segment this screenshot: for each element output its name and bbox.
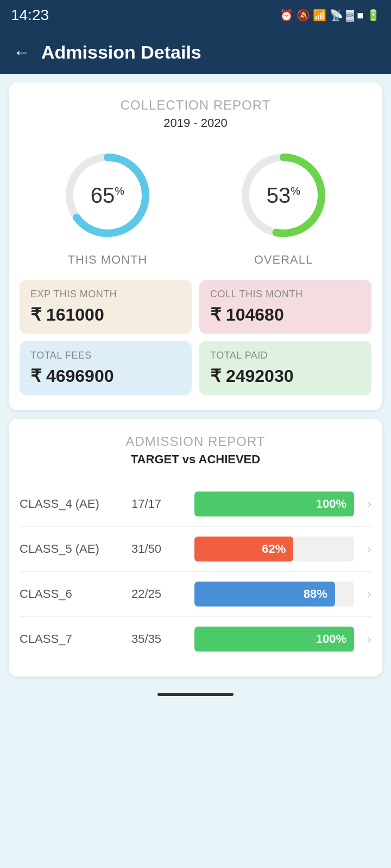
class6-bar-container: 88% <box>194 582 354 607</box>
stat-exp-value: ₹ 161000 <box>30 304 181 325</box>
page-title: Admission Details <box>41 42 201 63</box>
collection-report-card: COLLECTION REPORT 2019 - 2020 65% TH <box>9 82 382 410</box>
admission-row-class7[interactable]: CLASS_7 35/35 100% › <box>20 617 371 661</box>
admission-report-subtitle: TARGET vs ACHIEVED <box>20 452 371 467</box>
class5-count: 31/50 <box>131 542 186 556</box>
admission-row-class6[interactable]: CLASS_6 22/25 88% › <box>20 572 371 617</box>
class6-bar: 88% <box>194 582 335 607</box>
app-header: ← Admission Details <box>0 30 391 74</box>
class4-label: CLASS_4 (AE) <box>20 497 123 511</box>
stat-coll-label: COLL THIS MONTH <box>210 289 361 300</box>
class7-chevron-icon: › <box>367 631 371 647</box>
status-time: 14:23 <box>11 7 49 24</box>
stat-coll-value: ₹ 104680 <box>210 304 361 325</box>
home-indicator <box>0 685 391 704</box>
class6-label: CLASS_6 <box>20 587 123 601</box>
stats-grid: EXP THIS MONTH ₹ 161000 COLL THIS MONTH … <box>20 280 371 395</box>
class4-count: 17/17 <box>131 497 186 511</box>
class5-label: CLASS_5 (AE) <box>20 542 123 556</box>
stat-paid-value: ₹ 2492030 <box>210 366 361 386</box>
charts-row: 65% THIS MONTH 53% OVERALL <box>20 146 371 267</box>
collection-report-title: COLLECTION REPORT <box>20 98 371 113</box>
class6-pct: 88% <box>304 587 327 601</box>
stat-exp-this-month: EXP THIS MONTH ₹ 161000 <box>20 280 192 334</box>
collection-report-year: 2019 - 2020 <box>20 116 371 130</box>
stat-exp-label: EXP THIS MONTH <box>30 289 181 300</box>
home-bar <box>157 693 234 696</box>
class7-count: 35/35 <box>131 632 186 646</box>
class5-bar: 62% <box>194 537 293 561</box>
stat-total-paid: TOTAL PAID ₹ 2492030 <box>199 341 371 395</box>
status-bar: 14:23 ⏰ 🔕 📶 📡 ▓ ■ 🔋 <box>0 0 391 30</box>
stat-fees-value: ₹ 4696900 <box>30 366 181 386</box>
overall-chart: 53% OVERALL <box>235 146 332 267</box>
this-month-label: THIS MONTH <box>68 253 148 267</box>
class4-bar: 100% <box>194 492 354 516</box>
class4-pct: 100% <box>316 497 346 511</box>
class6-chevron-icon: › <box>367 586 371 602</box>
admission-report-title: ADMISSION REPORT <box>20 434 371 449</box>
main-content: COLLECTION REPORT 2019 - 2020 65% TH <box>0 82 391 676</box>
admission-row-class4[interactable]: CLASS_4 (AE) 17/17 100% › <box>20 482 371 527</box>
class7-pct: 100% <box>316 632 346 646</box>
stat-total-fees: TOTAL FEES ₹ 4696900 <box>20 341 192 395</box>
overall-percent-label: 53% <box>267 183 300 208</box>
class4-chevron-icon: › <box>367 496 371 512</box>
admission-report-card: ADMISSION REPORT TARGET vs ACHIEVED CLAS… <box>9 419 382 676</box>
this-month-chart: 65% THIS MONTH <box>59 146 156 267</box>
status-icons: ⏰ 🔕 📶 📡 ▓ ■ 🔋 <box>280 9 380 22</box>
stat-paid-label: TOTAL PAID <box>210 350 361 361</box>
class7-label: CLASS_7 <box>20 632 123 646</box>
class4-bar-container: 100% <box>194 492 354 516</box>
stat-fees-label: TOTAL FEES <box>30 350 181 361</box>
overall-donut: 53% <box>235 146 332 244</box>
overall-label: OVERALL <box>254 253 313 267</box>
class7-bar-container: 100% <box>194 627 354 652</box>
class7-bar: 100% <box>194 627 354 652</box>
class5-bar-container: 62% <box>194 537 354 561</box>
class5-pct: 62% <box>262 542 286 556</box>
class6-count: 22/25 <box>131 587 186 601</box>
class5-chevron-icon: › <box>367 541 371 557</box>
this-month-percent-label: 65% <box>91 183 124 208</box>
stat-coll-this-month: COLL THIS MONTH ₹ 104680 <box>199 280 371 334</box>
back-button[interactable]: ← <box>13 42 30 62</box>
admission-row-class5[interactable]: CLASS_5 (AE) 31/50 62% › <box>20 527 371 572</box>
this-month-donut: 65% <box>59 146 156 244</box>
